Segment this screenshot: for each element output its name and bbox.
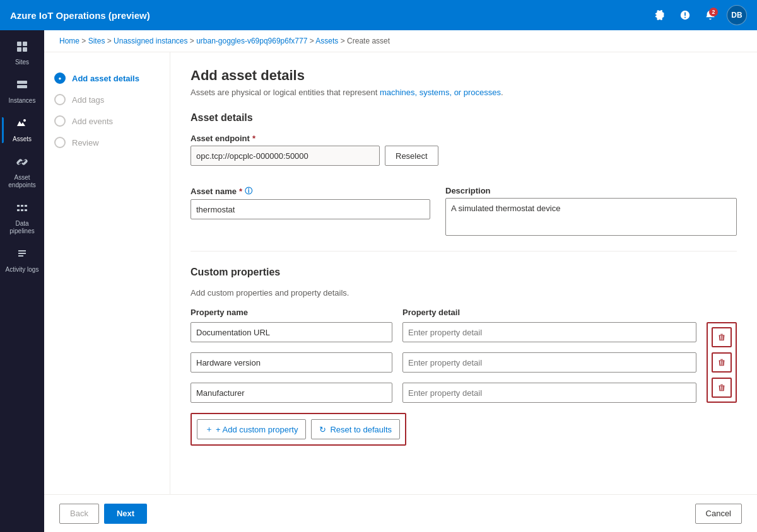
sidebar-item-label-data-pipelines: Data pipelines — [4, 220, 40, 235]
props-inputs — [191, 322, 696, 408]
breadcrumb-unassigned-instances[interactable]: Unassigned instances — [114, 37, 187, 45]
step-add-tags[interactable]: Add tags — [54, 89, 160, 110]
breadcrumb-current: Create asset — [347, 37, 390, 45]
prop-detail-input-3[interactable] — [402, 383, 696, 403]
avatar[interactable]: DB — [727, 5, 747, 25]
form-subtitle: Assets are physical or logical entities … — [191, 88, 737, 97]
reset-to-defaults-button[interactable]: ↻ Reset to defaults — [311, 419, 400, 439]
sidebar-item-label-asset-endpoints: Asset endpoints — [4, 174, 40, 189]
svg-point-8 — [23, 119, 26, 122]
sidebar-item-label-instances: Instances — [9, 97, 36, 105]
settings-icon[interactable] — [651, 6, 669, 24]
step-label-1: Add asset details — [72, 74, 139, 83]
description-input[interactable]: A simulated thermostat device — [445, 198, 737, 236]
delete-prop-button-1[interactable] — [712, 327, 732, 347]
sidebar-item-label-assets: Assets — [13, 136, 32, 143]
divider — [191, 251, 737, 252]
prop-detail-input-2[interactable] — [402, 352, 696, 373]
custom-properties-title: Custom properties — [191, 267, 737, 278]
svg-point-6 — [25, 82, 26, 83]
sidebar-item-instances[interactable]: Instances — [2, 74, 42, 110]
prop-name-input-1[interactable] — [191, 322, 392, 342]
asset-endpoint-label: Asset endpoint * — [191, 134, 737, 143]
sidebar-item-label-activity-logs: Activity logs — [6, 266, 39, 274]
bottom-nav: Back Next Cancel — [44, 494, 757, 532]
flow-icon — [16, 202, 28, 217]
prop-row-3 — [191, 383, 696, 403]
property-detail-header: Property detail — [402, 308, 699, 317]
description-label: Description — [445, 186, 737, 195]
sidebar: Sites Instances Assets Asset endpoints — [0, 30, 44, 532]
asset-name-required: * — [239, 187, 242, 196]
sidebar-item-data-pipelines[interactable]: Data pipelines — [2, 197, 42, 240]
log-icon — [16, 248, 28, 263]
sidebar-item-asset-endpoints[interactable]: Asset endpoints — [2, 151, 42, 194]
reselect-button[interactable]: Reselect — [385, 146, 438, 166]
form-title: Add asset details — [191, 67, 737, 84]
breadcrumb: Home > Sites > Unassigned instances > ur… — [44, 30, 757, 52]
notification-icon[interactable]: 2 — [701, 6, 719, 24]
breadcrumb-home[interactable]: Home — [59, 37, 79, 45]
add-icon: ＋ — [205, 424, 213, 435]
topbar: Azure IoT Operations (preview) 2 DB — [0, 0, 757, 30]
back-button[interactable]: Back — [59, 504, 99, 524]
endpoint-row: Reselect — [191, 146, 737, 166]
prop-row-1 — [191, 322, 696, 342]
svg-rect-1 — [23, 42, 27, 46]
asset-name-group: Asset name * ⓘ — [191, 186, 430, 236]
breadcrumb-instance[interactable]: urban-goggles-v69pq969p6fx777 — [196, 37, 307, 45]
svg-point-7 — [25, 86, 26, 88]
link-icon — [16, 156, 28, 171]
step-add-events[interactable]: Add events — [54, 110, 160, 132]
notification-count: 2 — [709, 8, 718, 16]
asset-name-label: Asset name * ⓘ — [191, 186, 430, 197]
prop-row-2 — [191, 352, 696, 373]
sidebar-item-label-sites: Sites — [15, 59, 29, 66]
step-review[interactable]: Review — [54, 132, 160, 153]
form-panel: Add asset details Assets are physical or… — [170, 52, 757, 494]
grid-icon — [16, 40, 28, 56]
property-headers: Property name Property detail — [191, 308, 737, 317]
delete-buttons-group — [707, 322, 737, 403]
step-label-3: Add events — [72, 117, 113, 126]
name-description-row: Asset name * ⓘ Description A simulated t… — [191, 186, 737, 236]
asset-name-input[interactable] — [191, 199, 430, 219]
asset-endpoint-required: * — [252, 134, 255, 143]
props-and-delete — [191, 322, 737, 408]
help-icon[interactable] — [676, 6, 694, 24]
cancel-button[interactable]: Cancel — [695, 504, 742, 524]
server-icon — [16, 79, 28, 95]
add-custom-property-button[interactable]: ＋ + Add custom property — [197, 419, 306, 439]
step-label-4: Review — [72, 138, 99, 147]
svg-rect-0 — [17, 42, 21, 46]
step-label-2: Add tags — [72, 95, 104, 105]
asset-name-info-icon[interactable]: ⓘ — [245, 186, 252, 197]
sidebar-item-sites[interactable]: Sites — [2, 35, 42, 71]
svg-rect-2 — [17, 47, 21, 52]
breadcrumb-assets[interactable]: Assets — [315, 37, 338, 45]
delete-prop-button-2[interactable] — [712, 352, 732, 373]
machines-link[interactable]: machines, systems, or processes — [380, 88, 501, 97]
action-row: ＋ + Add custom property ↻ Reset to defau… — [191, 413, 406, 446]
asset-endpoint-input[interactable] — [191, 146, 380, 166]
prop-name-input-3[interactable] — [191, 383, 392, 403]
breadcrumb-sites[interactable]: Sites — [88, 37, 105, 45]
custom-properties-subtitle: Add custom properties and property detai… — [191, 288, 737, 298]
svg-rect-3 — [23, 47, 27, 52]
sidebar-item-activity-logs[interactable]: Activity logs — [2, 243, 42, 279]
prop-name-input-2[interactable] — [191, 352, 392, 373]
step-add-asset-details[interactable]: Add asset details — [54, 67, 160, 89]
next-button[interactable]: Next — [104, 504, 147, 524]
step-circle-1 — [54, 72, 66, 84]
asset-details-section-title: Asset details — [191, 112, 737, 124]
delete-prop-button-3[interactable] — [712, 378, 732, 398]
steps-panel: Add asset details Add tags Add events Re… — [44, 52, 170, 494]
app-title: Azure IoT Operations (preview) — [10, 10, 643, 21]
step-circle-4 — [54, 137, 66, 148]
prop-detail-input-1[interactable] — [402, 322, 696, 342]
sidebar-item-assets[interactable]: Assets — [2, 112, 42, 148]
assets-icon — [16, 117, 28, 133]
description-group: Description A simulated thermostat devic… — [445, 186, 737, 236]
step-circle-2 — [54, 94, 66, 105]
step-circle-3 — [54, 115, 66, 127]
